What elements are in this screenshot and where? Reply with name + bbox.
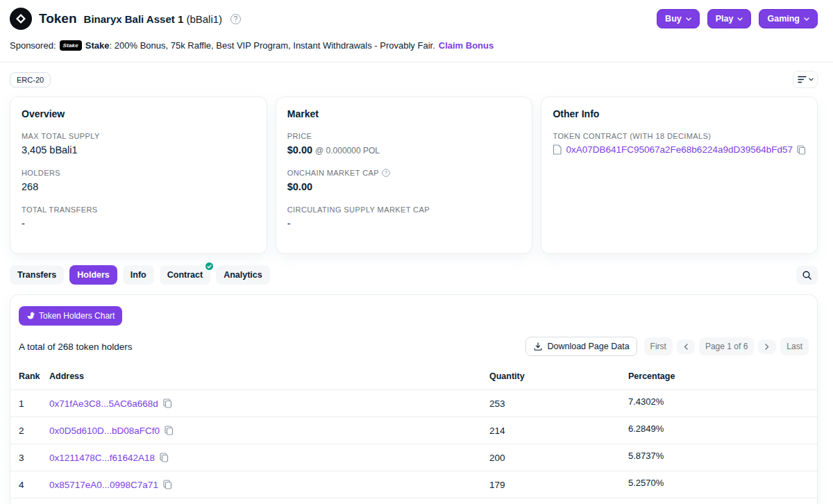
next-page-button[interactable] xyxy=(758,339,776,354)
table-row: 4 0x85717eA0...0998C7a71 179 5.2570% xyxy=(10,471,817,498)
chevron-down-icon xyxy=(737,17,743,21)
copy-icon xyxy=(160,453,169,462)
holder-address-link[interactable]: 0x71fAe3C8...5AC6a668d xyxy=(49,398,158,409)
sponsored-banner: Sponsored: Stake Stake: 200% Bonus, 75k … xyxy=(0,37,833,62)
table-header: Rank Address Quantity Percentage xyxy=(10,366,817,390)
buy-label: Buy xyxy=(665,14,682,24)
copy-address-button[interactable] xyxy=(165,426,174,435)
holder-rank: 1 xyxy=(19,398,49,409)
download-icon xyxy=(533,342,543,351)
sponsored-text: Stake: 200% Bonus, 75k Raffle, Best VIP … xyxy=(85,40,435,51)
tab-holders[interactable]: Holders xyxy=(69,265,117,285)
market-card: Market PRICE $0.00 @ 0.000000 POL ONCHAI… xyxy=(276,96,533,254)
holder-rank: 2 xyxy=(19,426,49,436)
copy-address-button[interactable] xyxy=(163,398,172,408)
overview-title: Overview xyxy=(22,108,255,119)
gaming-menu-button[interactable]: Gaming xyxy=(759,9,818,28)
circulating-marketcap-label: CIRCULATING SUPPLY MARKET CAP xyxy=(287,205,521,214)
circulating-marketcap-value: - xyxy=(287,218,521,229)
tab-analytics[interactable]: Analytics xyxy=(216,265,270,285)
svg-text:?: ? xyxy=(385,169,388,176)
verified-check-icon xyxy=(204,261,214,271)
holders-table-body: 1 0x71fAe3C8...5AC6a668d 253 7.4302% 2 0… xyxy=(10,390,817,504)
play-menu-button[interactable]: Play xyxy=(707,9,752,28)
copy-icon xyxy=(797,145,806,155)
holders-panel: Token Holders Chart A total of 268 token… xyxy=(10,294,818,504)
first-page-button[interactable]: First xyxy=(644,337,673,355)
total-transfers-label: TOTAL TRANSFERS xyxy=(22,205,255,214)
holders-label: HOLDERS xyxy=(22,169,255,177)
copy-icon xyxy=(165,426,174,435)
percentage-text: 5.2570% xyxy=(628,478,809,488)
page-title: Token xyxy=(39,11,77,26)
percentage-text: 6.2849% xyxy=(628,423,809,434)
top-bar: Token Binaryx Bali Asset 1 (bBali1) ? Bu… xyxy=(0,0,833,37)
help-icon: ? xyxy=(382,169,390,177)
price-value: $0.00 @ 0.000000 POL xyxy=(287,144,521,156)
col-quantity: Quantity xyxy=(489,371,628,381)
holder-quantity: 179 xyxy=(489,480,628,490)
copy-address-button[interactable] xyxy=(160,453,169,462)
help-icon[interactable]: ? xyxy=(230,14,241,24)
col-address: Address xyxy=(49,371,489,381)
token-contract-row: 0xA07DB641FC95067a2Fe68b6224a9dD39564bFd… xyxy=(553,144,806,155)
page-indicator: Page 1 of 6 xyxy=(699,337,754,355)
holders-value: 268 xyxy=(22,181,255,192)
download-page-data-button[interactable]: Download Page Data xyxy=(525,337,637,356)
display-options-button[interactable] xyxy=(793,71,818,88)
market-title: Market xyxy=(287,108,521,119)
holder-quantity: 253 xyxy=(489,398,628,409)
other-info-card: Other Info TOKEN CONTRACT (WITH 18 DECIM… xyxy=(541,96,818,254)
download-label: Download Page Data xyxy=(547,342,629,351)
filter-list-icon xyxy=(798,76,807,83)
onchain-marketcap-value: $0.00 xyxy=(287,181,521,192)
holder-address-link[interactable]: 0x1211478C...f61642A18 xyxy=(49,453,155,463)
table-row: 3 0x1211478C...f61642A18 200 5.8737% xyxy=(10,444,817,471)
tabs-row: Transfers Holders Info Contract Analytic… xyxy=(0,254,833,294)
onchain-marketcap-label: ONCHAIN MARKET CAP ? xyxy=(287,169,521,177)
copy-address-button[interactable] xyxy=(797,145,806,155)
prev-page-button[interactable] xyxy=(677,339,695,354)
pie-chart-icon xyxy=(26,312,35,320)
holder-rank: 4 xyxy=(19,480,49,490)
buy-menu-button[interactable]: Buy xyxy=(657,9,700,28)
holder-address-link[interactable]: 0x0D5d610D...bD08aFCf0 xyxy=(49,426,160,436)
chevron-down-icon xyxy=(686,17,691,21)
token-name-text: Binaryx Bali Asset 1 xyxy=(84,13,184,25)
holder-address-link[interactable]: 0x85717eA0...0998C7a71 xyxy=(49,480,158,490)
token-holders-chart-button[interactable]: Token Holders Chart xyxy=(19,306,122,326)
price-usd: $0.00 xyxy=(287,144,312,156)
tab-info[interactable]: Info xyxy=(123,265,154,285)
claim-bonus-link[interactable]: Claim Bonus xyxy=(439,40,494,51)
chevron-down-icon xyxy=(804,17,809,21)
tab-transfers[interactable]: Transfers xyxy=(10,265,64,285)
holders-toolbar: A total of 268 token holders Download Pa… xyxy=(10,337,817,356)
price-pol: @ 0.000000 POL xyxy=(315,146,380,156)
onchain-marketcap-text: ONCHAIN MARKET CAP xyxy=(287,169,379,177)
holder-percentage: 5.8737% xyxy=(628,451,809,464)
play-label: Play xyxy=(716,14,734,24)
search-button[interactable] xyxy=(796,266,818,285)
max-total-supply-value: 3,405 bBali1 xyxy=(22,144,255,156)
holder-percentage: 6.2849% xyxy=(628,423,809,437)
percentage-text: 7.4302% xyxy=(628,396,809,407)
table-row: 1 0x71fAe3C8...5AC6a668d 253 7.4302% xyxy=(10,390,817,417)
copy-address-button[interactable] xyxy=(163,480,172,489)
chevron-right-icon xyxy=(765,344,769,350)
search-icon xyxy=(802,271,811,280)
token-contract-label: TOKEN CONTRACT (WITH 18 DECIMALS) xyxy=(553,132,806,140)
token-name: Binaryx Bali Asset 1 (bBali1) xyxy=(84,13,223,25)
summary-cards: Overview MAX TOTAL SUPPLY 3,405 bBali1 H… xyxy=(0,95,833,254)
erc20-badge: ERC-20 xyxy=(10,72,51,87)
tab-contract[interactable]: Contract xyxy=(160,265,210,285)
percentage-text: 5.8737% xyxy=(628,451,809,461)
holder-rank: 3 xyxy=(19,453,49,463)
sponsor-message: : 200% Bonus, 75k Raffle, Best VIP Progr… xyxy=(110,40,435,51)
copy-icon xyxy=(163,480,172,489)
chevron-left-icon xyxy=(684,344,688,350)
last-page-button[interactable]: Last xyxy=(780,337,809,355)
table-row: 5 0x02502377...f65d54DC1 157 4.6109% xyxy=(10,498,817,504)
token-contract-address-link[interactable]: 0xA07DB641FC95067a2Fe68b6224a9dD39564bFd… xyxy=(566,144,793,155)
document-icon xyxy=(553,144,562,155)
table-row: 2 0x0D5d610D...bD08aFCf0 214 6.2849% xyxy=(10,417,817,444)
